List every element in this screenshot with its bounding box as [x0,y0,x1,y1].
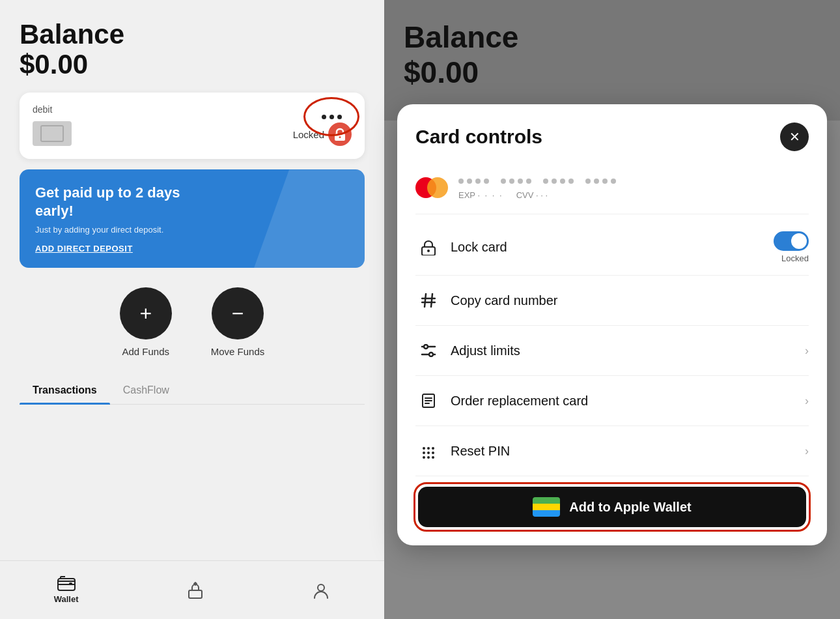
svg-point-26 [432,452,434,454]
locked-status-text: Locked [781,253,809,263]
promo-title: Get paid up to 2 days early! [35,184,204,220]
mc-orange-circle [427,177,448,198]
tabs: Transactions CashFlow [20,377,365,405]
promo-subtitle: Just by adding your direct deposit. [35,225,349,235]
pin-icon [415,438,441,464]
svg-rect-3 [58,581,75,584]
tab-cashflow[interactable]: CashFlow [110,377,182,404]
balance-section: Balance $0.00 [20,20,365,79]
bottom-nav: Wallet [0,560,384,619]
order-replacement-right: › [805,394,809,408]
svg-line-9 [425,294,426,307]
dot-1 [322,115,326,119]
hash-icon [415,287,441,313]
modal-title: Card controls [415,126,542,148]
card-exp-cvv: EXP · · · · CVV · · · [458,190,809,200]
svg-rect-4 [69,583,72,584]
right-panel: Balance $0.00 Card controls ✕ [384,0,840,619]
close-button[interactable]: ✕ [780,122,809,151]
lock-card-right: Locked [774,231,809,263]
svg-point-25 [427,452,430,454]
balance-label: Balance [20,20,365,50]
card-menu-button[interactable] [309,102,354,132]
svg-point-27 [423,456,425,459]
order-replacement-row[interactable]: Order replacement card › [415,376,809,426]
nav-wallet[interactable]: Wallet [54,576,79,604]
dots-row-1 [458,179,809,184]
svg-point-21 [423,447,425,450]
right-bg-top: Balance $0.00 [384,0,840,121]
chevron-icon-adjust: › [805,344,809,358]
svg-point-29 [432,456,434,459]
transfer-icon [186,581,204,599]
add-funds-label: Add Funds [122,346,169,357]
tab-transactions[interactable]: Transactions [20,377,110,404]
nav-wallet-label: Wallet [54,594,79,604]
promo-bg-decoration [254,169,365,268]
balance-amount: $0.00 [20,50,365,79]
promo-banner[interactable]: Get paid up to 2 days early! Just by add… [20,169,365,268]
add-to-apple-wallet-button[interactable]: Add to Apple Wallet [418,487,806,527]
svg-line-10 [431,294,432,307]
card-controls-modal: Card controls ✕ [397,104,827,545]
modal-header: Card controls ✕ [415,122,809,151]
svg-point-1 [339,136,341,138]
svg-point-23 [432,447,434,450]
dot-3 [337,115,342,119]
minus-icon: − [232,303,244,324]
chevron-icon-pin: › [805,444,809,458]
nav-profile[interactable] [312,581,330,599]
apple-wallet-label: Add to Apple Wallet [569,500,691,515]
receipt-icon [415,388,441,414]
svg-point-16 [429,353,433,356]
apple-wallet-wrap: Add to Apple Wallet [415,484,809,530]
reset-pin-row[interactable]: Reset PIN › [415,426,809,476]
card-preview: EXP · · · · CVV · · · [415,167,809,214]
card-chip [40,125,64,142]
right-balance-amount: $0.00 [404,55,820,90]
right-balance-label: Balance [404,20,820,55]
reset-pin-right: › [805,444,809,458]
chevron-icon-order: › [805,394,809,408]
card-graphic [33,121,72,146]
add-funds-wrap: + Add Funds [120,287,172,357]
svg-rect-5 [189,590,202,598]
mastercard-logo [415,177,448,201]
plus-icon: + [139,303,152,324]
reset-pin-label: Reset PIN [451,444,805,459]
profile-icon [312,581,330,599]
move-funds-wrap: − Move Funds [211,287,265,357]
adjust-limits-label: Adjust limits [451,343,805,358]
wallet-icon [57,576,76,592]
move-funds-label: Move Funds [211,346,265,357]
dot-2 [329,115,334,119]
left-panel: Balance $0.00 debit Locked [0,0,384,619]
move-funds-button[interactable]: − [212,287,264,339]
apple-wallet-card-icon [533,497,560,517]
sliders-icon [415,338,441,364]
svg-point-22 [427,447,430,450]
add-funds-button[interactable]: + [120,287,172,339]
svg-point-14 [424,345,428,349]
adjust-limits-row[interactable]: Adjust limits › [415,326,809,376]
lock-toggle[interactable] [774,231,809,251]
svg-point-6 [318,584,324,591]
lock-card-label: Lock card [451,240,774,255]
order-replacement-label: Order replacement card [451,394,805,409]
lock-card-row[interactable]: Lock card Locked [415,220,809,276]
svg-point-8 [427,250,430,252]
adjust-limits-right: › [805,344,809,358]
dots-inner [322,115,342,119]
exp-label: EXP · · · · [458,190,503,200]
lock-card-icon [415,235,441,261]
cvv-label: CVV · · · [516,190,548,200]
copy-card-number-row[interactable]: Copy card number [415,276,809,326]
debit-card: debit Locked [20,93,365,159]
copy-card-number-label: Copy card number [451,293,809,308]
close-icon: ✕ [789,129,800,145]
card-number-dots: EXP · · · · CVV · · · [458,179,809,200]
action-buttons: + Add Funds − Move Funds [20,287,365,357]
svg-point-28 [427,456,430,459]
toggle-knob [791,233,807,249]
nav-transfer[interactable] [186,581,204,599]
